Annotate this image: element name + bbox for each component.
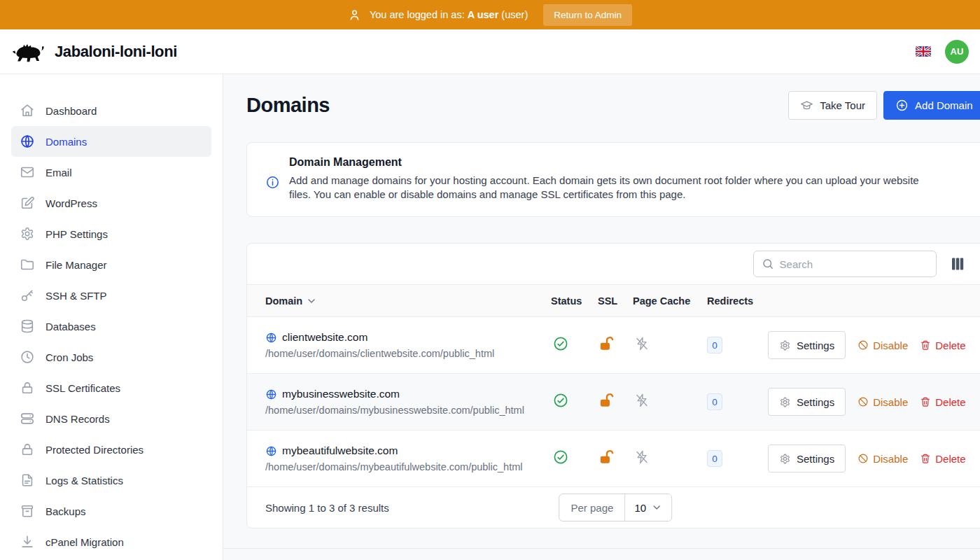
banner-user-role: (user)	[501, 9, 528, 20]
banner-prefix: You are logged in as:	[370, 9, 465, 20]
settings-button[interactable]: Settings	[768, 331, 846, 359]
sidebar-item-protected-directories[interactable]: Protected Directories	[11, 434, 211, 465]
server-icon	[20, 411, 35, 426]
gear-icon	[779, 340, 791, 351]
settings-button[interactable]: Settings	[768, 444, 846, 472]
ssl-unlocked-icon[interactable]	[598, 449, 615, 465]
settings-button[interactable]: Settings	[768, 388, 846, 416]
sidebar-item-php-settings[interactable]: PHP Settings	[11, 218, 211, 249]
status-enabled-icon	[553, 336, 568, 351]
sidebar-item-logs-statistics[interactable]: Logs & Statistics	[11, 465, 211, 496]
domain-path: /home/user/domains/clientwebsite.com/pub…	[265, 348, 551, 359]
redirects-count-badge[interactable]: 0	[707, 393, 722, 410]
take-tour-label: Take Tour	[820, 99, 865, 111]
sidebar-item-label: Backups	[46, 505, 86, 517]
sidebar-item-cron-jobs[interactable]: Cron Jobs	[11, 342, 211, 372]
per-page-label: Per page	[560, 494, 626, 521]
sidebar-item-email[interactable]: Email	[11, 157, 211, 188]
sidebar-item-dns-records[interactable]: DNS Records	[11, 403, 211, 434]
sidebar: Dashboard Domains Email WordPress PHP Se…	[0, 74, 223, 560]
column-header-status: Status	[551, 295, 598, 307]
page-cache-off-icon[interactable]	[634, 449, 650, 465]
delete-button[interactable]: Delete	[920, 453, 965, 465]
trash-icon	[920, 340, 931, 351]
return-to-admin-button[interactable]: Return to Admin	[543, 4, 632, 26]
take-tour-button[interactable]: Take Tour	[788, 91, 877, 120]
sidebar-item-label: PHP Settings	[46, 228, 108, 240]
sidebar-item-ssh-sftp[interactable]: SSH & SFTP	[11, 280, 211, 311]
uk-flag-icon[interactable]	[916, 46, 931, 57]
sort-chevron-icon	[306, 295, 317, 307]
table-row: mybeautifulwebsite.com /home/user/domain…	[247, 430, 980, 487]
domains-table-card: Domain Status SSL Page Cache Redirects c…	[246, 243, 980, 528]
search-input[interactable]	[780, 258, 928, 270]
redirects-count-badge[interactable]: 0	[707, 450, 722, 467]
plus-circle-icon	[895, 99, 909, 112]
sidebar-item-label: Dashboard	[46, 105, 97, 117]
sidebar-item-label: WordPress	[46, 197, 97, 209]
search-icon	[762, 258, 774, 270]
results-summary: Showing 1 to 3 of 3 results	[265, 502, 389, 514]
status-enabled-icon	[553, 449, 568, 465]
banner-user-name: A user	[468, 9, 499, 20]
add-domain-button[interactable]: Add Domain	[883, 91, 980, 120]
sidebar-item-ssl-certificates[interactable]: SSL Certificates	[11, 372, 211, 403]
trash-icon	[920, 396, 931, 407]
per-page-select[interactable]: 10	[625, 494, 671, 521]
disable-button[interactable]: Disable	[858, 396, 908, 408]
impersonation-banner: You are logged in as: A user (user) Retu…	[0, 0, 980, 29]
user-avatar[interactable]: AU	[945, 40, 969, 64]
redirects-count-badge[interactable]: 0	[707, 337, 722, 354]
columns-toggle-icon[interactable]	[949, 255, 966, 272]
sidebar-item-label: SSH & SFTP	[46, 290, 107, 302]
ssl-unlocked-icon[interactable]	[598, 393, 615, 409]
status-enabled-icon	[553, 393, 568, 408]
info-icon	[265, 175, 280, 190]
column-header-domain[interactable]: Domain	[265, 295, 551, 307]
search-box	[753, 251, 937, 277]
sidebar-item-label: SSL Certificates	[46, 382, 120, 394]
sidebar-item-domains[interactable]: Domains	[11, 126, 211, 157]
trash-icon	[920, 453, 931, 464]
delete-button[interactable]: Delete	[920, 396, 965, 408]
ssl-unlocked-icon[interactable]	[598, 336, 615, 352]
disable-button[interactable]: Disable	[858, 340, 908, 351]
page-cache-off-icon[interactable]	[634, 336, 650, 351]
mail-icon	[20, 164, 35, 180]
sidebar-item-dashboard[interactable]: Dashboard	[11, 95, 211, 126]
table-row: mybusinesswebsite.com /home/user/domains…	[247, 374, 980, 430]
download-icon	[20, 534, 35, 550]
domain-management-info-card: Domain Management Add and manage domains…	[246, 142, 980, 217]
sidebar-item-cpanel-migration[interactable]: cPanel Migration	[11, 526, 211, 557]
sidebar-item-label: Protected Directories	[46, 444, 144, 456]
domain-name[interactable]: clientwebsite.com	[282, 331, 368, 344]
sidebar-item-databases[interactable]: Databases	[11, 311, 211, 342]
sidebar-item-label: File Manager	[46, 259, 107, 271]
lock-icon	[20, 380, 35, 396]
footer-divider	[223, 548, 980, 549]
sidebar-item-file-manager[interactable]: File Manager	[11, 249, 211, 280]
gear-icon	[779, 453, 791, 465]
archive-icon	[20, 503, 35, 519]
brand-title: Jabaloni-loni-loni	[55, 43, 177, 61]
sidebar-item-label: Cron Jobs	[46, 351, 93, 363]
disable-button[interactable]: Disable	[858, 453, 908, 465]
gear-icon	[20, 226, 35, 241]
domain-name[interactable]: mybusinesswebsite.com	[282, 388, 400, 400]
sidebar-item-label: cPanel Migration	[46, 536, 124, 548]
ban-icon	[858, 340, 869, 351]
home-icon	[20, 103, 35, 118]
gear-icon	[779, 396, 791, 408]
banner-text: You are logged in as: A user (user)	[370, 9, 528, 20]
sidebar-item-label: Logs & Statistics	[46, 475, 123, 486]
table-header-row: Domain Status SSL Page Cache Redirects	[247, 284, 980, 317]
globe-icon	[265, 388, 277, 400]
sidebar-item-backups[interactable]: Backups	[11, 496, 211, 526]
sidebar-item-wordpress[interactable]: WordPress	[11, 188, 211, 218]
domain-name[interactable]: mybeautifulwebsite.com	[282, 444, 398, 457]
app-header: Jabaloni-loni-loni AU	[0, 29, 980, 74]
page-cache-off-icon[interactable]	[634, 393, 650, 408]
boar-logo	[11, 38, 48, 66]
info-card-title: Domain Management	[289, 156, 933, 169]
delete-button[interactable]: Delete	[920, 340, 965, 351]
